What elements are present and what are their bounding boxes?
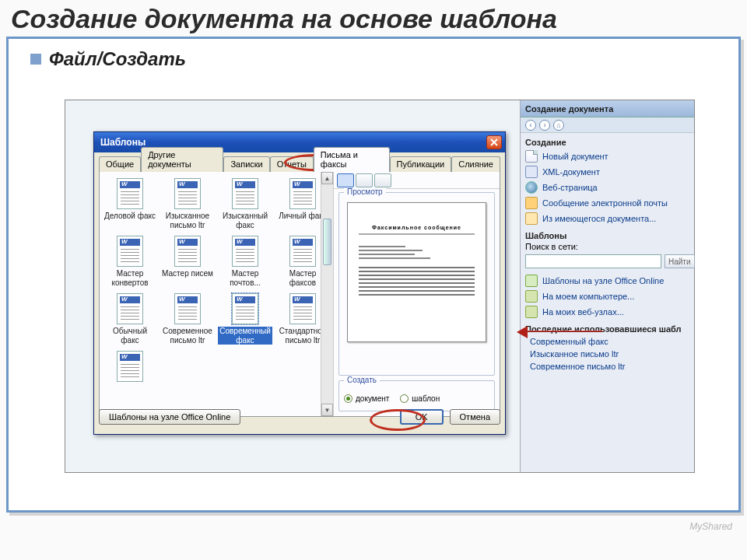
search-button[interactable]: Найти xyxy=(665,254,695,268)
template-item[interactable]: Деловой факс xyxy=(101,177,159,231)
tab-other-docs[interactable]: Другие документы xyxy=(141,147,223,172)
radio-document[interactable]: документ xyxy=(344,394,389,403)
radio-off-icon xyxy=(400,394,409,403)
taskpane: Создание документа ‹ › ⌂ Создание Новый … xyxy=(520,100,694,472)
tp-new-document[interactable]: Новый документ xyxy=(521,149,694,164)
template-item[interactable]: Современное письмо ltr xyxy=(159,292,216,346)
scroll-thumb[interactable] xyxy=(323,219,331,265)
recent-item-2[interactable]: Изысканное письмо ltr xyxy=(521,348,694,360)
mail-icon xyxy=(525,197,538,209)
computer-icon xyxy=(525,290,538,303)
word-template-icon xyxy=(232,178,258,209)
word-template-icon xyxy=(117,293,143,324)
template-name: Мастер конвертов xyxy=(103,269,157,287)
nav-home-icon[interactable]: ⌂ xyxy=(553,120,564,131)
ok-button[interactable]: OK xyxy=(400,409,444,425)
nav-back-icon[interactable]: ‹ xyxy=(525,120,536,131)
view-list-button[interactable] xyxy=(356,173,373,187)
office-online-icon xyxy=(525,275,538,287)
globe-icon xyxy=(525,181,538,194)
template-item[interactable]: Современный факс xyxy=(216,292,274,346)
bullet-icon xyxy=(30,54,41,65)
word-template-icon xyxy=(174,293,201,324)
dialog-title: Шаблоны xyxy=(100,137,146,148)
taskpane-title: Создание документа xyxy=(521,100,694,117)
tp-office-online[interactable]: Шаблоны на узле Office Online xyxy=(521,273,694,289)
word-template-icon xyxy=(232,293,258,324)
nav-forward-icon[interactable]: › xyxy=(539,120,550,131)
templates-dialog: Шаблоны Общие Другие документы Записки О… xyxy=(93,131,506,435)
word-template-icon xyxy=(174,236,201,267)
template-name: Изысканное письмо ltr xyxy=(160,212,215,229)
template-name: Современное письмо ltr xyxy=(160,327,215,345)
tab-letters-faxes[interactable]: Письма и факсы xyxy=(314,147,390,172)
template-item[interactable] xyxy=(101,349,159,386)
word-template-icon xyxy=(174,178,201,209)
dialog-buttons: Шаблоны на узле Office Online OK Отмена xyxy=(99,406,500,428)
word-template-icon xyxy=(117,178,143,209)
cancel-button[interactable]: Отмена xyxy=(450,409,500,425)
view-details-button[interactable] xyxy=(374,173,391,187)
tab-reports[interactable]: Отчеты xyxy=(270,156,314,172)
tp-my-websites[interactable]: На моих веб-узлах... xyxy=(521,304,694,320)
preview-group: Просмотр Факсимильное сообщение xyxy=(338,192,495,376)
template-name: Обычный факс xyxy=(103,327,157,345)
document-icon xyxy=(525,150,538,163)
word-template-icon xyxy=(289,236,316,267)
word-template-icon xyxy=(117,351,143,382)
view-large-icons-button[interactable] xyxy=(337,173,354,187)
template-item[interactable]: Изысканный факс xyxy=(216,177,274,231)
radio-on-icon xyxy=(344,394,352,403)
tab-merge[interactable]: Слияние xyxy=(451,156,500,172)
network-icon xyxy=(525,306,538,318)
tab-publications[interactable]: Публикации xyxy=(390,156,452,172)
word-template-icon xyxy=(289,293,316,324)
slide-title: Создание документа на основе шаблона xyxy=(0,0,747,37)
preview-column: Просмотр Факсимильное сообщение Создать xyxy=(333,172,500,416)
search-label: Поиск в сети: xyxy=(521,242,694,253)
word-template-icon xyxy=(232,236,258,267)
preview-doc-title: Факсимильное сообщение xyxy=(359,225,475,230)
from-doc-icon xyxy=(525,212,538,225)
tp-from-existing[interactable]: Из имеющегося документа... xyxy=(521,211,694,226)
template-name: Современный факс xyxy=(218,327,272,345)
word-template-icon xyxy=(289,178,316,209)
preview-document: Факсимильное сообщение xyxy=(347,202,486,342)
close-button[interactable] xyxy=(486,135,502,149)
tp-web-page[interactable]: Веб-страница xyxy=(521,180,694,195)
radio-template[interactable]: шаблон xyxy=(400,394,440,403)
slide-body: Файл/Создать Создание документа ‹ › ⌂ Со… xyxy=(6,37,741,513)
template-item[interactable]: Мастер почтов... xyxy=(216,234,274,289)
tp-email[interactable]: Сообщение электронной почты xyxy=(521,195,694,211)
tp-my-computer[interactable]: На моем компьютере... xyxy=(521,289,694,304)
tabs-row: Общие Другие документы Записки Отчеты Пи… xyxy=(94,152,505,171)
template-name: Личный факс xyxy=(279,212,327,221)
search-input[interactable] xyxy=(525,254,661,268)
tab-general[interactable]: Общие xyxy=(99,156,141,172)
taskpane-nav: ‹ › ⌂ xyxy=(521,117,694,133)
tp-xml-document[interactable]: XML-документ xyxy=(521,164,694,180)
template-item[interactable]: Мастер конвертов xyxy=(101,234,159,289)
bullet-text: Файл/Создать xyxy=(49,48,186,70)
template-name: Мастер писем xyxy=(162,269,213,278)
bullet-row: Файл/Создать xyxy=(9,39,738,70)
template-list: Деловой факсИзысканное письмо ltrИзыскан… xyxy=(100,172,333,416)
create-heading: Создание xyxy=(521,133,694,149)
tab-memos[interactable]: Записки xyxy=(223,156,269,172)
recent-item-1[interactable]: Современный факс xyxy=(521,335,694,348)
recent-item-3[interactable]: Современное письмо ltr xyxy=(521,360,694,373)
template-item[interactable]: Изысканное письмо ltr xyxy=(159,177,216,231)
scrollbar[interactable]: ▲ ▼ xyxy=(321,172,333,416)
scroll-up-icon[interactable]: ▲ xyxy=(321,172,333,184)
word-template-icon xyxy=(117,236,143,267)
recent-heading: Последние использовавшиеся шабл xyxy=(521,320,694,335)
close-icon xyxy=(490,138,498,146)
office-online-button[interactable]: Шаблоны на узле Office Online xyxy=(99,409,240,425)
templates-heading: Шаблоны xyxy=(521,226,694,242)
template-item[interactable]: Мастер писем xyxy=(159,234,216,289)
screenshot-region: Создание документа ‹ › ⌂ Создание Новый … xyxy=(65,100,695,473)
template-item[interactable]: Обычный факс xyxy=(101,292,159,346)
view-buttons xyxy=(334,172,500,189)
template-name: Деловой факс xyxy=(104,212,156,221)
tab-content: Деловой факсИзысканное письмо ltrИзыскан… xyxy=(99,171,500,417)
